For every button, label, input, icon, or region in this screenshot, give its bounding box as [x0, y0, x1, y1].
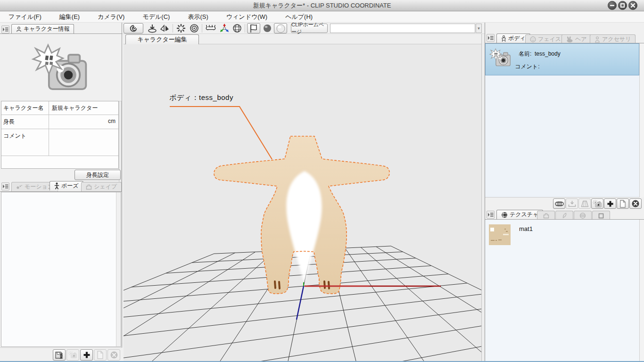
- clip-home-button[interactable]: CLIPホームページ: [291, 24, 328, 33]
- tab-shape-label: シェイプ: [94, 183, 117, 191]
- maximize-button[interactable]: [618, 1, 627, 10]
- texture-yarn-icon: [501, 212, 508, 218]
- tab-character-info[interactable]: キャラクター情報: [11, 24, 74, 33]
- body-icon: [501, 35, 506, 42]
- capture-thumbnail-button[interactable]: [591, 198, 603, 209]
- target-button[interactable]: [188, 23, 200, 33]
- tab-shape2[interactable]: [537, 211, 555, 220]
- combo-dropdown-icon[interactable]: ▼: [476, 24, 482, 33]
- tab-accessory[interactable]: アクセサリ: [590, 34, 636, 44]
- add-pose-button[interactable]: [80, 349, 93, 361]
- toolbar-combobox[interactable]: [330, 24, 475, 33]
- row-value[interactable]: [49, 129, 118, 156]
- shade-light-button[interactable]: [274, 23, 287, 33]
- tab-texture[interactable]: テクスチャ: [496, 210, 543, 219]
- duplicate-button[interactable]: [617, 198, 629, 209]
- height-setting-button[interactable]: 身長設定: [74, 170, 121, 180]
- menu-camera[interactable]: カメラ(V): [95, 12, 127, 22]
- table-row[interactable]: キャラクター名 新規キャラクター: [1, 101, 118, 115]
- tab-texture-label: テクスチャ: [510, 211, 538, 219]
- rotate-tool-button[interactable]: [124, 23, 143, 33]
- viewport-side-strip[interactable]: [481, 34, 485, 362]
- hair-icon: [566, 36, 573, 42]
- row-value[interactable]: 新規キャラクター: [49, 101, 118, 115]
- table-row[interactable]: コメント: [1, 129, 118, 156]
- flip-view-button[interactable]: [159, 23, 171, 33]
- title-bar[interactable]: 新規キャラクター* - CLIP STUDIO COORDINATE: [0, 0, 644, 11]
- import-icon: [568, 200, 576, 207]
- shape-tab-icon: [543, 213, 549, 219]
- tab-face[interactable]: フェイス: [525, 34, 566, 44]
- shade-dark-button[interactable]: [261, 23, 273, 33]
- texture-list[interactable]: mat1: [485, 220, 644, 362]
- texture-item-thumbnail[interactable]: [489, 224, 511, 245]
- tab-pose[interactable]: ポーズ: [50, 181, 83, 190]
- joint-marks-button[interactable]: [175, 23, 187, 33]
- body-item-name-row: 名前: tess_body: [519, 50, 561, 58]
- menu-file[interactable]: ファイル(F): [6, 12, 44, 22]
- menu-window[interactable]: ウィンドウ(W): [223, 12, 270, 22]
- tab-square[interactable]: [592, 211, 610, 220]
- panel-menu-icon: [487, 212, 494, 217]
- duplicate-pose-button[interactable]: [94, 349, 107, 361]
- texture-list-scrollbar[interactable]: [639, 220, 644, 362]
- tab-pen[interactable]: [555, 211, 573, 220]
- panel-header-line: [0, 33, 122, 34]
- camera-flash-icon: [488, 48, 513, 68]
- bone-button[interactable]: [204, 23, 217, 33]
- texture-item-label[interactable]: mat1: [519, 225, 533, 232]
- name-value: tess_body: [535, 50, 561, 57]
- add-button[interactable]: [604, 198, 616, 209]
- clothing-button[interactable]: [578, 198, 591, 209]
- pose-list[interactable]: [1, 192, 121, 347]
- character-model[interactable]: [214, 136, 389, 294]
- camera-flash-icon: [26, 41, 97, 96]
- move-axis-button[interactable]: [218, 23, 231, 33]
- menu-view[interactable]: 表示(S): [185, 12, 211, 22]
- body-list-scrollbar[interactable]: [639, 43, 644, 197]
- delete-button[interactable]: [629, 198, 642, 209]
- tab-sphere-lines[interactable]: [574, 211, 592, 220]
- row-label: コメント: [1, 129, 49, 156]
- menu-edit[interactable]: 編集(E): [57, 12, 83, 22]
- panel-menu-button[interactable]: [487, 211, 495, 219]
- motion-icon: [16, 184, 23, 190]
- minimize-button[interactable]: [608, 1, 617, 10]
- mesh-icon: [555, 201, 564, 207]
- import-button[interactable]: [566, 198, 578, 209]
- drop-to-ground-button[interactable]: [146, 23, 158, 33]
- page-icon: [96, 351, 104, 359]
- row-value[interactable]: cm: [49, 115, 118, 129]
- table-row[interactable]: 身長 cm: [1, 115, 118, 129]
- character-info-table: キャラクター名 新規キャラクター 身長 cm コメント: [1, 101, 119, 169]
- app-window: 新規キャラクター* - CLIP STUDIO COORDINATE ファイル(…: [0, 0, 644, 362]
- mesh-button[interactable]: [553, 198, 565, 209]
- panel-menu-button[interactable]: [1, 182, 9, 190]
- menu-model[interactable]: モデル(C): [140, 12, 173, 22]
- delete-icon: [632, 200, 639, 207]
- panel-menu-button[interactable]: [487, 34, 495, 42]
- move-axis-icon: [220, 24, 229, 33]
- tab-hair[interactable]: ヘア: [561, 34, 592, 44]
- body-parts-list[interactable]: 名前: tess_body コメント:: [485, 43, 644, 197]
- tab-shape[interactable]: シェイプ: [81, 182, 122, 191]
- sphere-lines-tab-icon: [579, 213, 586, 219]
- square-tab-icon: [598, 213, 604, 219]
- panel-menu-button[interactable]: [1, 25, 9, 33]
- delete-pose-button[interactable]: [107, 349, 120, 361]
- minimize-icon: [610, 3, 615, 8]
- capture-pose-button[interactable]: [66, 349, 79, 361]
- pose-list-scrollbar[interactable]: [116, 192, 121, 346]
- flag-display-button[interactable]: [247, 23, 260, 33]
- save-pose-button[interactable]: [53, 349, 66, 361]
- tab-character-edit[interactable]: キャラクター編集: [125, 34, 199, 44]
- name-label: 名前:: [519, 50, 531, 57]
- camera-flash-icon: [592, 199, 603, 208]
- wire-sphere-button[interactable]: [231, 23, 243, 33]
- menu-help[interactable]: ヘルプ(H): [282, 12, 315, 22]
- skirt-icon: [581, 200, 589, 207]
- close-button[interactable]: [628, 1, 637, 10]
- viewport-tab-bar: キャラクター編集: [124, 34, 481, 44]
- viewport-3d[interactable]: ボディ：tess_body: [124, 44, 481, 362]
- body-item-selected[interactable]: 名前: tess_body コメント:: [485, 43, 639, 75]
